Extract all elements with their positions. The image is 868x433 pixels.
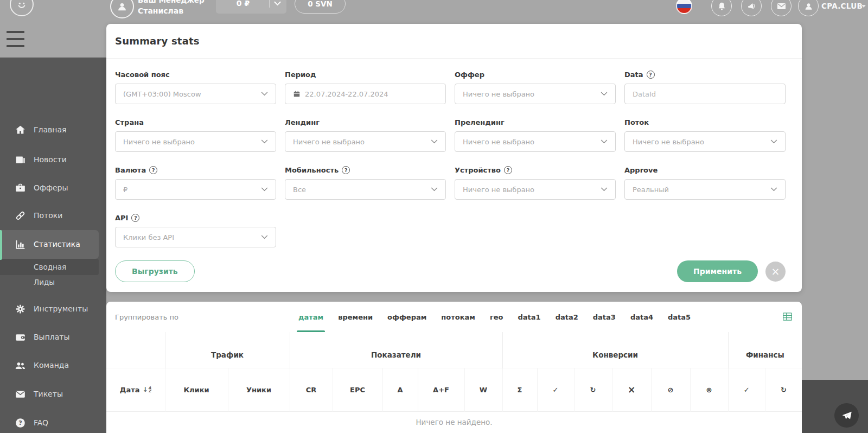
person-icon — [116, 1, 128, 12]
close-filters-button[interactable]: × — [765, 262, 786, 282]
grouping-label: Группировать по — [115, 313, 178, 321]
column-w: W — [464, 368, 502, 411]
help-icon[interactable]: ? — [342, 166, 350, 174]
filter-offer: Оффер Ничего не выбрано — [455, 69, 616, 104]
prelanding-select[interactable]: Ничего не выбрано — [455, 131, 616, 152]
stats-table-card: Группировать по датам времени офферам по… — [106, 302, 802, 433]
divider — [269, 0, 270, 8]
column-approved-check-icon: ✓ — [537, 368, 574, 411]
chevron-down-icon — [431, 187, 438, 192]
period-daterange-input[interactable]: 22.07.2024-22.07.2024 — [285, 84, 446, 104]
tab-data1[interactable]: data1 — [518, 302, 541, 332]
mobility-select[interactable]: Все — [285, 179, 446, 200]
home-icon — [14, 124, 26, 136]
table-grid-icon — [782, 311, 793, 322]
sidebar-subitem-summary[interactable]: Сводная — [0, 259, 106, 275]
chevron-down-icon — [261, 92, 268, 96]
sidebar-subitem-leads[interactable]: Лиды — [0, 274, 106, 290]
account-button[interactable] — [798, 0, 819, 16]
tab-dates[interactable]: датам — [298, 302, 323, 332]
empty-state-text: Ничего не найдено. — [106, 411, 802, 433]
country-select[interactable]: Ничего не выбрано — [115, 131, 276, 152]
tab-data2[interactable]: data2 — [556, 302, 578, 332]
sidebar-item-tickets[interactable]: Тикеты — [0, 382, 106, 406]
announcements-button[interactable] — [741, 0, 762, 16]
chevron-down-icon — [261, 187, 268, 192]
link-icon — [14, 209, 26, 221]
calendar-icon — [293, 90, 301, 98]
sidebar-item-tools[interactable]: Инструменты — [0, 297, 106, 321]
notifications-button[interactable] — [711, 0, 732, 16]
api-select[interactable]: Клики без API — [115, 227, 276, 247]
wallet-icon — [14, 331, 26, 343]
filter-period: Период 22.07.2024-22.07.2024 — [285, 69, 446, 104]
column-hold-refresh-icon: ↻ — [765, 368, 802, 411]
page-corner — [802, 380, 868, 433]
columns-settings-button[interactable] — [782, 311, 793, 324]
filter-mobility: Мобильность? Все — [285, 165, 446, 200]
gear-icon — [14, 303, 26, 315]
mail-button[interactable] — [771, 0, 792, 16]
bar-chart-icon — [14, 238, 26, 250]
chevron-down-icon — [770, 187, 777, 192]
tab-data5[interactable]: data5 — [668, 302, 691, 332]
flow-select[interactable]: Ничего не выбрано — [624, 131, 786, 152]
sidebar-item-flows[interactable]: Потоки — [0, 203, 106, 227]
tab-time[interactable]: времени — [338, 302, 373, 332]
chevron-down-icon — [861, 5, 866, 8]
chevron-down-icon — [601, 187, 608, 192]
column-pending-refresh-icon: ↻ — [574, 368, 612, 411]
chevron-down-icon — [261, 235, 268, 239]
device-select[interactable]: Ничего не выбрано — [455, 179, 616, 200]
help-icon[interactable]: ? — [149, 166, 157, 174]
menu-toggle-button[interactable] — [7, 31, 24, 52]
column-date[interactable]: Дата ↓AZ — [106, 368, 165, 411]
column-paid-check-icon: ✓ — [728, 368, 765, 411]
help-icon[interactable]: ? — [504, 166, 512, 174]
envelope-icon — [776, 1, 787, 11]
group-header-metrics: Показатели — [290, 332, 502, 368]
chevron-down-icon — [601, 139, 608, 144]
export-button[interactable]: Выгрузить — [115, 260, 195, 282]
question-icon: ? — [14, 417, 26, 429]
timezone-select[interactable]: (GMT+03:00) Moscow — [115, 84, 276, 104]
group-header-traffic: Трафик — [165, 332, 290, 368]
sidebar-item-home[interactable]: Главная — [0, 118, 106, 142]
tab-data4[interactable]: data4 — [630, 302, 653, 332]
tab-offers[interactable]: офферам — [387, 302, 426, 332]
balance-svn-value: 0 SVN — [308, 0, 333, 8]
svg-text:?: ? — [18, 419, 22, 426]
grouping-bar: Группировать по датам времени офферам по… — [106, 302, 802, 332]
chevron-down-icon — [261, 139, 268, 144]
balance-rub-value: 0 ₽ — [221, 0, 265, 8]
currency-select[interactable]: ₽ — [115, 179, 276, 200]
sidebar-item-news[interactable]: Новости — [0, 148, 106, 171]
apply-button[interactable]: Применить — [677, 260, 758, 282]
tab-flows[interactable]: потокам — [441, 302, 475, 332]
active-item-accent-bar — [0, 230, 2, 260]
landing-select[interactable]: Ничего не выбрано — [285, 131, 446, 152]
approve-select[interactable]: Реальный — [624, 179, 786, 200]
dataid-input[interactable] — [624, 84, 786, 104]
balance-svn-pill[interactable]: 0 SVN — [295, 0, 346, 14]
help-icon[interactable]: ? — [131, 214, 139, 222]
sidebar-item-offers[interactable]: Офферы — [0, 176, 106, 200]
sidebar-item-faq[interactable]: ? FAQ — [0, 411, 106, 433]
balance-rub-dropdown[interactable]: 0 ₽ — [216, 0, 286, 14]
telegram-fab[interactable] — [834, 403, 859, 428]
offer-select[interactable]: Ничего не выбрано — [455, 84, 616, 104]
megaphone-icon — [746, 1, 757, 11]
sidebar-item-team[interactable]: Команда — [0, 353, 106, 377]
app-logo[interactable] — [10, 0, 34, 16]
chevron-down-icon — [601, 92, 608, 96]
tab-geo[interactable]: гео — [490, 302, 503, 332]
help-icon[interactable]: ? — [647, 71, 655, 79]
sidebar-item-payouts[interactable]: Выплаты — [0, 325, 106, 349]
tab-data3[interactable]: data3 — [593, 302, 616, 332]
group-header-conversions: Конверсии — [502, 332, 728, 368]
brand-menu[interactable]: CPA.CLUB — [821, 2, 863, 10]
column-clicks: Клики — [165, 368, 228, 411]
sidebar-item-statistics[interactable]: Статистика — [0, 232, 106, 256]
column-a: A — [382, 368, 418, 411]
language-flag-icon[interactable] — [676, 0, 692, 14]
